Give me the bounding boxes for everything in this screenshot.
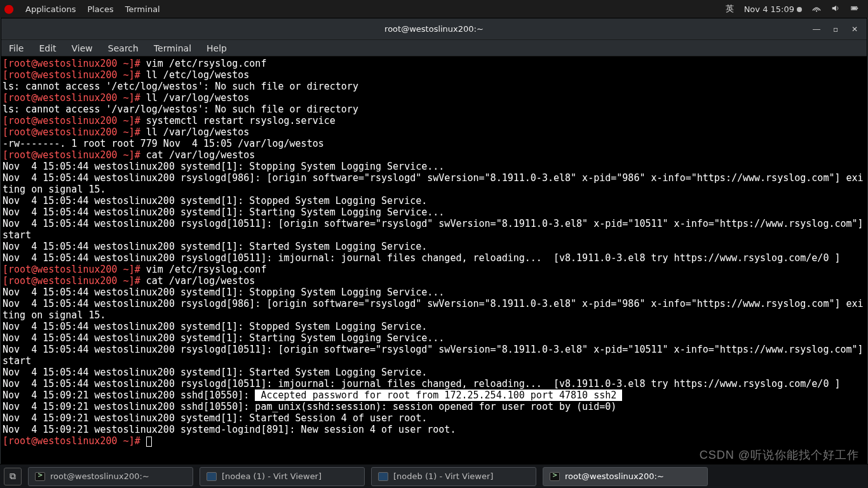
gnome-topbar: Applications Places Terminal 英 Nov 4 15:…	[0, 0, 868, 18]
svg-rect-3	[852, 7, 857, 10]
menu-applications[interactable]: Applications	[25, 4, 76, 14]
bottom-taskbar: ⧉ root@westoslinux200:~ [nodea (1) - Vir…	[0, 464, 868, 488]
notification-dot-icon	[797, 7, 802, 12]
window-maximize-button[interactable]: ▫	[827, 21, 844, 37]
terminal-window: root@westoslinux200:~ ― ▫ ✕ File Edit Vi…	[1, 18, 867, 464]
terminal-icon	[35, 472, 45, 481]
network-icon[interactable]	[812, 4, 821, 15]
task-virt-viewer-b[interactable]: [nodeb (1) - Virt Viewer]	[371, 467, 536, 486]
menu-view[interactable]: View	[72, 43, 93, 53]
window-titlebar[interactable]: root@westoslinux200:~ ― ▫ ✕	[1, 18, 867, 40]
svg-point-0	[816, 10, 817, 11]
menu-terminal[interactable]: Terminal	[154, 43, 191, 53]
task-label: root@westoslinux200:~	[50, 471, 149, 481]
task-label: root@westoslinux200:~	[565, 471, 664, 481]
window-title: root@westoslinux200:~	[384, 24, 484, 34]
menu-file[interactable]: File	[9, 43, 24, 53]
volume-icon[interactable]	[831, 4, 840, 15]
show-desktop-button[interactable]: ⧉	[4, 468, 22, 485]
task-terminal-2[interactable]: root@westoslinux200:~	[543, 467, 708, 486]
ime-indicator[interactable]: 英	[726, 3, 734, 15]
svg-rect-2	[857, 8, 858, 9]
menu-edit[interactable]: Edit	[39, 43, 56, 53]
task-label: [nodeb (1) - Virt Viewer]	[393, 471, 493, 481]
task-terminal-1[interactable]: root@westoslinux200:~	[28, 467, 193, 486]
vm-icon	[207, 472, 217, 481]
terminal-content[interactable]: [root@westoslinux200 ~]# vim /etc/rsyslo…	[1, 57, 867, 463]
terminal-icon	[550, 472, 560, 481]
menu-search[interactable]: Search	[108, 43, 139, 53]
window-close-button[interactable]: ✕	[846, 21, 863, 37]
terminal-menubar: File Edit View Search Terminal Help	[1, 40, 867, 57]
vm-icon	[378, 472, 388, 481]
menu-help[interactable]: Help	[207, 43, 227, 53]
window-minimize-button[interactable]: ―	[808, 21, 825, 37]
clock[interactable]: Nov 4 15:09	[744, 4, 802, 14]
menu-places[interactable]: Places	[87, 4, 113, 14]
redhat-icon	[4, 4, 14, 14]
menu-terminal-app[interactable]: Terminal	[125, 4, 160, 14]
task-virt-viewer-a[interactable]: [nodea (1) - Virt Viewer]	[200, 467, 365, 486]
task-label: [nodea (1) - Virt Viewer]	[222, 471, 322, 481]
battery-icon[interactable]	[850, 4, 859, 15]
